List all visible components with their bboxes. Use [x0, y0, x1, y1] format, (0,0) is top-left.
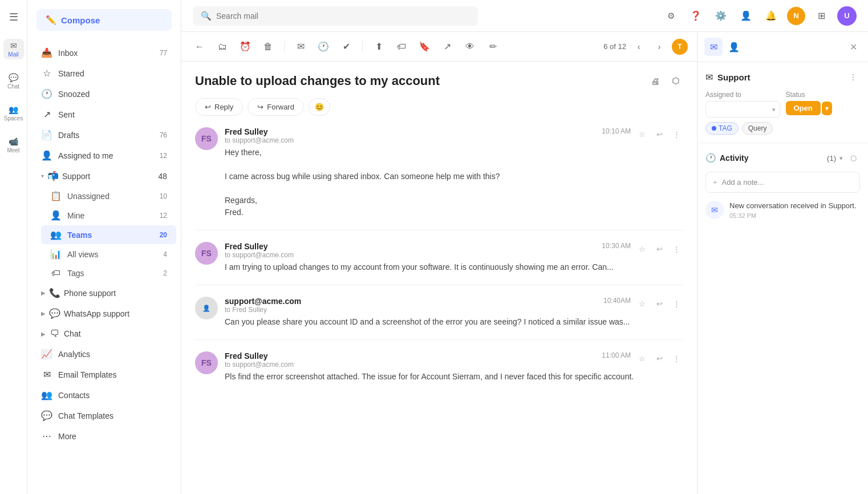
print-icon[interactable]: 🖨: [647, 73, 663, 89]
user-avatar[interactable]: U: [837, 6, 857, 26]
msg1-body: Fred Sulley to support@acme.com 10:10 AM…: [225, 127, 683, 218]
sidebar-item-teams[interactable]: 👥 Teams 20: [41, 225, 176, 244]
msg3-reply[interactable]: ↩: [652, 297, 666, 310]
whatsapp-section[interactable]: ▶ 💬 WhatsApp support: [32, 303, 176, 323]
search-input[interactable]: [216, 11, 470, 21]
drafts-icon: 📄: [41, 129, 52, 140]
msg2-reply[interactable]: ↩: [652, 242, 666, 256]
share-button[interactable]: ↗: [438, 38, 456, 56]
email-message-4: FS Fred Sulley to support@acme.com 11:00…: [195, 351, 683, 394]
delete-button[interactable]: 🗑: [259, 38, 277, 56]
tag-button[interactable]: 🏷: [392, 38, 411, 56]
msg3-more[interactable]: ⋮: [670, 297, 683, 310]
msg1-star[interactable]: ☆: [635, 127, 649, 141]
support-section-header[interactable]: ▾ 📬 Support 48: [32, 166, 176, 186]
drafts-count: 76: [160, 131, 167, 139]
sidebar-item-sent[interactable]: ↗ Sent: [32, 104, 176, 124]
rp-tab-inbox[interactable]: ✉: [704, 38, 723, 56]
badge-icon[interactable]: N: [787, 7, 805, 25]
msg1-reply[interactable]: ↩: [652, 127, 666, 141]
contacts-nav-icon[interactable]: 👥 Spaces: [3, 103, 24, 123]
thread-subject: Unable to upload changes to my account 🖨…: [195, 73, 683, 89]
msg4-reply[interactable]: ↩: [652, 351, 666, 365]
chat-nav-icon[interactable]: 💬 Chat: [3, 71, 24, 91]
msg1-more[interactable]: ⋮: [670, 127, 683, 141]
forward-button[interactable]: ↪ Forward: [248, 98, 304, 116]
hamburger-menu[interactable]: ☰: [3, 7, 24, 27]
sidebar-nav: 📥 Inbox 77 ☆ Starred 🕐 Snoozed ↗ Sent 📄 …: [27, 40, 181, 494]
sidebar-item-chat-templates[interactable]: 💬 Chat Templates: [32, 406, 176, 426]
sidebar-item-tags[interactable]: 🏷 Tags 2: [41, 264, 176, 282]
snooze-button[interactable]: ⏰: [236, 38, 254, 56]
mine-icon: 👤: [50, 210, 62, 221]
phone-section[interactable]: ▶ 📞 Phone support: [32, 283, 176, 303]
chat-section[interactable]: ▶ 🗨 Chat: [32, 324, 176, 343]
assign-select-wrap: [705, 101, 780, 118]
sidebar-item-analytics[interactable]: 📈 Analytics: [32, 344, 176, 364]
apps-icon[interactable]: ⊞: [812, 7, 830, 25]
status-badge[interactable]: Open: [786, 101, 821, 115]
rp-more-button[interactable]: ⋮: [846, 70, 860, 84]
sidebar-item-allviews[interactable]: 📊 All views 4: [41, 245, 176, 264]
reply-icon: ↩: [205, 103, 211, 111]
tag-TAG[interactable]: TAG: [705, 122, 739, 135]
msg4-more[interactable]: ⋮: [670, 351, 683, 365]
check-button[interactable]: ✔: [337, 38, 355, 56]
activity-expand-icon[interactable]: ⬡: [846, 151, 860, 165]
clock-button[interactable]: 🕐: [314, 38, 332, 56]
sidebar-item-inbox[interactable]: 📥 Inbox 77: [32, 43, 176, 63]
rp-tab-info[interactable]: 👤: [725, 38, 743, 56]
eye-button[interactable]: 👁: [461, 38, 479, 56]
status-dropdown-arrow[interactable]: ▾: [822, 102, 832, 115]
help-icon[interactable]: ❓: [687, 7, 705, 25]
tag-Query[interactable]: Query: [742, 122, 773, 135]
next-page-button[interactable]: ›: [651, 39, 667, 55]
prev-page-button[interactable]: ‹: [631, 39, 647, 55]
msg3-star[interactable]: ☆: [635, 297, 649, 310]
open-icon[interactable]: ⬡: [667, 73, 683, 89]
video-nav-icon[interactable]: 📹 Meet: [3, 135, 24, 155]
sidebar-item-unassigned[interactable]: 📋 Unassigned 10: [41, 187, 176, 205]
msg2-time: 10:30 AM: [602, 242, 631, 250]
pagination: 6 of 12 ‹ › T: [603, 39, 688, 55]
back-button[interactable]: ←: [190, 38, 209, 56]
sidebar-item-snoozed[interactable]: 🕐 Snoozed: [32, 84, 176, 104]
mark-read-button[interactable]: ✉: [291, 38, 310, 56]
settings-icon[interactable]: ⚙️: [712, 7, 730, 25]
support-icon: 📬: [47, 171, 59, 181]
label-button[interactable]: 🔖: [415, 38, 433, 56]
assign-select[interactable]: [705, 101, 780, 118]
msg4-icons: ☆ ↩ ⋮: [635, 351, 683, 365]
sidebar-item-more[interactable]: ⋯ More: [32, 426, 176, 446]
search-wrap[interactable]: 🔍: [193, 6, 478, 26]
msg2-star[interactable]: ☆: [635, 242, 649, 256]
upload-button[interactable]: ⬆: [370, 38, 388, 56]
contacts-top-icon[interactable]: 👤: [737, 7, 755, 25]
activity-item-icon: ✉: [705, 201, 724, 219]
activity-header[interactable]: 🕐 Activity (1) ▾ ⬡: [705, 151, 860, 165]
sidebar-item-drafts[interactable]: 📄 Drafts 76: [32, 125, 176, 145]
mail-nav-icon[interactable]: ✉ Mail: [3, 39, 24, 59]
msg1-avatar: FS: [195, 127, 218, 150]
inbox-count: 77: [160, 49, 167, 57]
emoji-button[interactable]: 😊: [309, 98, 330, 116]
msg4-star[interactable]: ☆: [635, 351, 649, 365]
snoozed-label: Snoozed: [58, 90, 90, 99]
sidebar-item-assigned[interactable]: 👤 Assigned to me 12: [32, 145, 176, 165]
topbar-right: ⚙ ❓ ⚙️ 👤 🔔 N ⊞ U: [662, 6, 857, 26]
sidebar-item-email-templates[interactable]: ✉ Email Templates: [32, 365, 176, 384]
compose-button[interactable]: ✏️ Compose: [36, 9, 172, 31]
filter-icon[interactable]: ⚙: [662, 7, 680, 25]
notifications-icon[interactable]: 🔔: [762, 7, 780, 25]
add-note-button[interactable]: + Add a note...: [705, 172, 860, 193]
sidebar-item-mine[interactable]: 👤 Mine 12: [41, 206, 176, 225]
sidebar-item-contacts[interactable]: 👥 Contacts: [32, 385, 176, 405]
edit-button[interactable]: ✏: [484, 38, 502, 56]
activity-item-time: 05:32 PM: [729, 212, 857, 219]
msg2-more[interactable]: ⋮: [670, 242, 683, 256]
assigned-icon: 👤: [41, 150, 52, 161]
rp-close-button[interactable]: ✕: [845, 39, 861, 55]
reply-button[interactable]: ↩ Reply: [195, 98, 243, 116]
archive-button[interactable]: 🗂: [213, 38, 232, 56]
sidebar-item-starred[interactable]: ☆ Starred: [32, 63, 176, 83]
